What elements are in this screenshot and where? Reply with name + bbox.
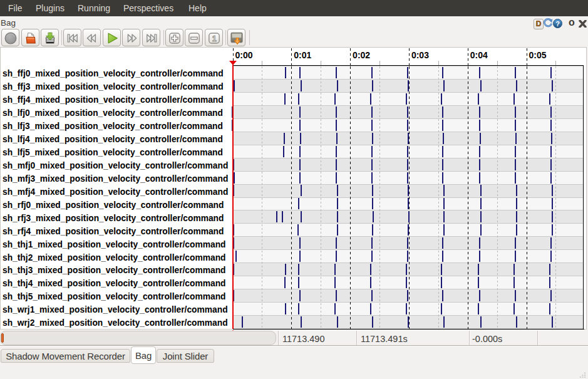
svg-text:1: 1 (212, 34, 216, 43)
